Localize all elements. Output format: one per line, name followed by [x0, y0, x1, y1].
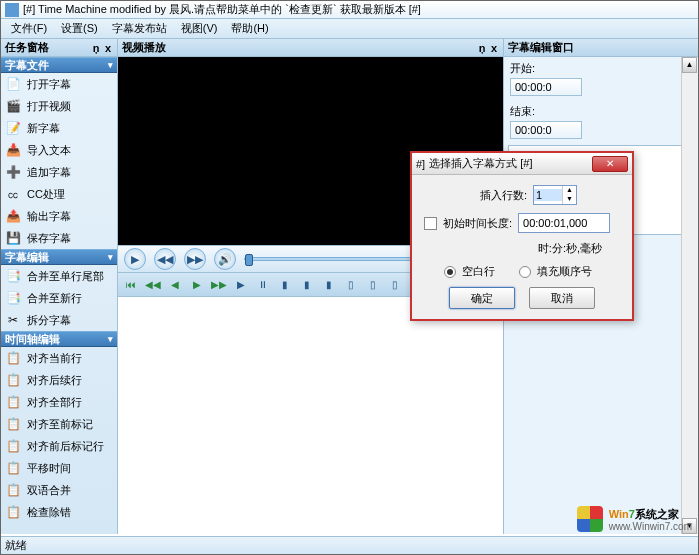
check-icon: 📋 [5, 504, 21, 520]
tb-back-icon[interactable]: ◀ [166, 276, 184, 294]
cc-icon: ㏄ [5, 186, 21, 202]
menu-file[interactable]: 文件(F) [5, 19, 53, 38]
radio-blank-label: 空白行 [462, 264, 495, 279]
item-new-sub[interactable]: 📝新字幕 [1, 117, 117, 139]
item-check[interactable]: 📋检查除错 [1, 501, 117, 523]
item-merge-new[interactable]: 📑合并至新行 [1, 287, 117, 309]
radio-blank[interactable] [444, 266, 456, 278]
dialog-icon: #] [416, 158, 425, 170]
task-pane-header: 任务窗格 ņx [1, 39, 117, 57]
append-icon: ➕ [5, 164, 21, 180]
tb-c-icon[interactable]: ▯ [386, 276, 404, 294]
pin-icon[interactable]: ņ [477, 42, 487, 54]
item-import-text[interactable]: 📥导入文本 [1, 139, 117, 161]
end-label: 结束: [510, 104, 692, 119]
section-subtitle-file[interactable]: 字幕文件▾ [1, 57, 117, 73]
dialog-titlebar[interactable]: #] 选择插入字幕方式 [#] ✕ [412, 153, 632, 175]
init-length-checkbox[interactable] [424, 217, 437, 230]
menu-publish[interactable]: 字幕发布站 [106, 19, 173, 38]
radio-sequence[interactable] [519, 266, 531, 278]
item-align-prev-mark[interactable]: 📋对齐至前标记 [1, 413, 117, 435]
vol-button[interactable]: 🔊 [214, 248, 236, 270]
app-icon [5, 3, 19, 17]
split-icon: ✂ [5, 312, 21, 328]
end-time-field[interactable]: 00:00:0 [510, 121, 582, 139]
spin-down-icon[interactable]: ▼ [562, 195, 576, 204]
dialog-close-button[interactable]: ✕ [592, 156, 628, 172]
item-align-all[interactable]: 📋对齐全部行 [1, 391, 117, 413]
menu-help[interactable]: 帮助(H) [225, 19, 274, 38]
prev-button[interactable]: ◀◀ [154, 248, 176, 270]
merge-new-icon: 📑 [5, 290, 21, 306]
tb-a-icon[interactable]: ▯ [342, 276, 360, 294]
video-pane-header: 视频播放 ņx [118, 39, 503, 57]
radio-sequence-label: 填充顺序号 [537, 264, 592, 279]
start-label: 开始: [510, 61, 692, 76]
item-align-marks[interactable]: 📋对齐前后标记行 [1, 435, 117, 457]
item-cc[interactable]: ㏄CC处理 [1, 183, 117, 205]
export-icon: 📤 [5, 208, 21, 224]
status-bar: 就绪 [1, 536, 698, 554]
insert-subtitle-dialog: #] 选择插入字幕方式 [#] ✕ 插入行数: ▲▼ 初始时间长度: 时:分:秒… [410, 151, 634, 321]
init-length-input[interactable] [518, 213, 610, 233]
tb-mark2-icon[interactable]: ▮ [298, 276, 316, 294]
item-open-sub[interactable]: 📄打开字幕 [1, 73, 117, 95]
section-subtitle-edit[interactable]: 字幕编辑▾ [1, 249, 117, 265]
title-bar: [#] Time Machine modified by 晨风.请点帮助菜单中的… [1, 1, 698, 19]
item-split[interactable]: ✂拆分字幕 [1, 309, 117, 331]
item-align-cur[interactable]: 📋对齐当前行 [1, 347, 117, 369]
scroll-up-icon[interactable]: ▲ [682, 57, 697, 73]
close-icon[interactable]: x [103, 42, 113, 54]
tb-prev-icon[interactable]: ◀◀ [144, 276, 162, 294]
menu-settings[interactable]: 设置(S) [55, 19, 104, 38]
item-align-next[interactable]: 📋对齐后续行 [1, 369, 117, 391]
item-shift-time[interactable]: 📋平移时间 [1, 457, 117, 479]
next-button[interactable]: ▶▶ [184, 248, 206, 270]
item-open-video[interactable]: 🎬打开视频 [1, 95, 117, 117]
item-bilingual[interactable]: 📋双语合并 [1, 479, 117, 501]
watermark: Win7系统之家 www.Winwin7.com [577, 506, 692, 532]
menu-view[interactable]: 视图(V) [175, 19, 224, 38]
align-icon: 📋 [5, 394, 21, 410]
video-icon: 🎬 [5, 98, 21, 114]
dialog-title: 选择插入字幕方式 [#] [429, 156, 532, 171]
play-button[interactable]: ▶ [124, 248, 146, 270]
item-save-sub[interactable]: 💾保存字幕 [1, 227, 117, 249]
merge-icon: 📑 [5, 268, 21, 284]
align-icon: 📋 [5, 438, 21, 454]
status-text: 就绪 [5, 538, 27, 553]
file-icon: 📄 [5, 76, 21, 92]
tb-b-icon[interactable]: ▯ [364, 276, 382, 294]
vertical-scrollbar[interactable]: ▲ ▼ [681, 57, 697, 534]
spin-up-icon[interactable]: ▲ [562, 186, 576, 195]
item-export-sub[interactable]: 📤输出字幕 [1, 205, 117, 227]
save-icon: 💾 [5, 230, 21, 246]
insert-lines-spinner[interactable]: ▲▼ [533, 185, 577, 205]
tb-mark3-icon[interactable]: ▮ [320, 276, 338, 294]
tb-mark1-icon[interactable]: ▮ [276, 276, 294, 294]
merge-icon: 📋 [5, 482, 21, 498]
new-icon: 📝 [5, 120, 21, 136]
tb-play-icon[interactable]: ▶ [232, 276, 250, 294]
tb-pause-icon[interactable]: ⏸ [254, 276, 272, 294]
subtitle-grid[interactable] [118, 297, 503, 534]
windows-logo-icon [577, 506, 603, 532]
item-append-sub[interactable]: ➕追加字幕 [1, 161, 117, 183]
section-timeline-edit[interactable]: 时间轴编辑▾ [1, 331, 117, 347]
menu-bar: 文件(F) 设置(S) 字幕发布站 视图(V) 帮助(H) [1, 19, 698, 39]
shift-icon: 📋 [5, 460, 21, 476]
edit-pane-header: 字幕编辑窗口 [504, 39, 698, 57]
item-merge-tail[interactable]: 📑合并至单行尾部 [1, 265, 117, 287]
tb-first-icon[interactable]: ⏮ [122, 276, 140, 294]
start-time-field[interactable]: 00:00:0 [510, 78, 582, 96]
cancel-button[interactable]: 取消 [529, 287, 595, 309]
close-icon[interactable]: x [489, 42, 499, 54]
pin-icon[interactable]: ņ [91, 42, 101, 54]
tb-ffwd-icon[interactable]: ▶▶ [210, 276, 228, 294]
import-icon: 📥 [5, 142, 21, 158]
insert-lines-input[interactable] [534, 189, 562, 201]
align-icon: 📋 [5, 416, 21, 432]
ok-button[interactable]: 确定 [449, 287, 515, 309]
tb-fwd-icon[interactable]: ▶ [188, 276, 206, 294]
window-title: [#] Time Machine modified by 晨风.请点帮助菜单中的… [23, 2, 421, 17]
